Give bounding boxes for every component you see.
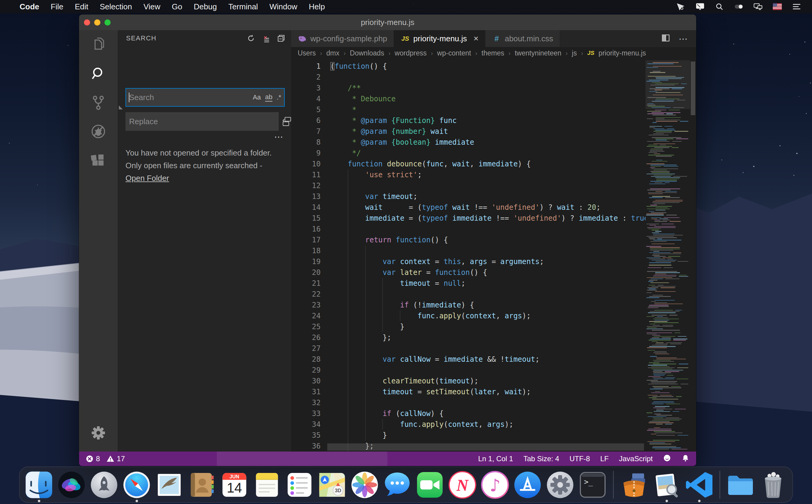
dock-calendar-icon[interactable]: JUN14: [220, 470, 249, 499]
replace-input[interactable]: [126, 117, 278, 126]
dock-photos-icon[interactable]: [350, 470, 379, 499]
close-tab-icon[interactable]: ×: [474, 34, 479, 43]
breadcrumb-item[interactable]: themes: [482, 49, 504, 57]
dock-terminal-icon[interactable]: >_: [578, 470, 608, 499]
dock-separator: [720, 471, 720, 499]
status-tab-size-4[interactable]: Tab Size: 4: [523, 455, 559, 463]
warnings-item[interactable]: 17: [106, 455, 125, 463]
display-icon[interactable]: [695, 2, 705, 11]
regex-icon[interactable]: .*: [276, 93, 281, 101]
menu-selection[interactable]: Selection: [94, 0, 138, 13]
dock-system-preferences-icon[interactable]: [546, 470, 575, 499]
more-actions-icon[interactable]: ⋯: [679, 33, 688, 44]
minimap-line: [651, 217, 661, 218]
dock-notes-icon[interactable]: [252, 470, 282, 499]
match-case-icon[interactable]: Aa: [253, 93, 261, 101]
menu-file[interactable]: File: [45, 0, 69, 13]
toggle-search-details-icon[interactable]: ⋯: [274, 131, 284, 142]
dock-mail-icon[interactable]: [155, 470, 184, 499]
code-editor[interactable]: 1(function() {23 /**4 * Debounce5 *6 * @…: [291, 59, 696, 452]
remote-cursor-icon[interactable]: [676, 2, 686, 11]
indent-guide: [382, 310, 383, 321]
search-input[interactable]: [126, 93, 253, 102]
window-title-bar[interactable]: priority-menu.js: [79, 14, 696, 30]
breadcrumb-item[interactable]: dmx: [326, 49, 339, 57]
breadcrumb-item[interactable]: js: [572, 49, 577, 57]
menu-window[interactable]: Window: [264, 0, 303, 13]
tab-priority-menu.js[interactable]: JSpriority-menu.js×: [394, 30, 485, 47]
activity-settings-gear-icon[interactable]: [79, 418, 118, 447]
input-source-us-flag-icon[interactable]: [772, 2, 782, 11]
breadcrumb-item[interactable]: Users: [298, 49, 316, 57]
dock-itunes-icon[interactable]: ♪: [481, 470, 510, 499]
dock-contacts-icon[interactable]: [187, 470, 216, 499]
menu-terminal[interactable]: Terminal: [223, 0, 264, 13]
collapse-editors-icon[interactable]: [276, 34, 286, 43]
line-number: 36: [291, 441, 325, 452]
dock-facetime-icon[interactable]: [416, 470, 445, 499]
menu-debug[interactable]: Debug: [188, 0, 223, 13]
dock-downloads-folder-icon[interactable]: [726, 470, 755, 499]
dock-reminders-icon[interactable]: [285, 470, 314, 499]
menu-help[interactable]: Help: [303, 0, 330, 13]
dock-preview-icon[interactable]: [652, 470, 681, 499]
tab-about.min.css[interactable]: #about.min.css: [485, 30, 560, 47]
status-lf[interactable]: LF: [600, 455, 609, 463]
errors-item[interactable]: 8: [86, 455, 100, 463]
vertical-scrollbar-slider[interactable]: [691, 61, 695, 115]
menu-view[interactable]: View: [138, 0, 166, 13]
dock-unarchiver-icon[interactable]: [620, 470, 649, 499]
notifications-bell-icon[interactable]: [681, 454, 690, 464]
minimap[interactable]: [646, 59, 690, 452]
dock-appstore-icon[interactable]: [513, 470, 542, 499]
dock-launchpad-icon[interactable]: [90, 470, 119, 499]
activity-explorer[interactable]: [79, 30, 118, 59]
clear-search-results-icon[interactable]: [261, 34, 270, 43]
menu-code[interactable]: Code: [14, 0, 45, 13]
toggle-replace-icon[interactable]: [119, 106, 123, 109]
dock-messages-icon[interactable]: [383, 470, 412, 499]
problems-summary[interactable]: 8 17: [79, 455, 125, 463]
dock-finder-icon[interactable]: [24, 470, 54, 499]
activity-search[interactable]: [79, 59, 118, 88]
minimap-line: [654, 361, 674, 362]
menu-edit[interactable]: Edit: [69, 0, 94, 13]
activity-source-control[interactable]: [79, 88, 118, 117]
split-editor-icon[interactable]: [661, 33, 670, 44]
spotlight-icon[interactable]: [714, 2, 725, 11]
indent-guide: [348, 213, 348, 224]
activity-debug-disabled[interactable]: [79, 117, 118, 146]
indent-guide: [365, 321, 365, 332]
displays-icon[interactable]: [753, 2, 763, 11]
status-ln-1-col-1[interactable]: Ln 1, Col 1: [478, 455, 513, 463]
status-javascript[interactable]: JavaScript: [619, 455, 653, 463]
activity-extensions[interactable]: [79, 146, 118, 175]
breadcrumb-item[interactable]: Downloads: [350, 49, 384, 57]
dock-vscode-icon[interactable]: [685, 470, 714, 499]
indent-guide: [348, 169, 348, 180]
horizontal-scrollbar-slider[interactable]: [327, 443, 644, 451]
refresh-icon[interactable]: [246, 34, 255, 43]
minimap-line: [653, 143, 675, 144]
tab-wp-config-sample.php[interactable]: wp-config-sample.php: [291, 30, 394, 47]
whole-word-icon[interactable]: ab: [265, 93, 272, 102]
vertical-scrollbar[interactable]: [690, 59, 696, 452]
dock-news-icon[interactable]: N: [448, 470, 477, 499]
status-utf-8[interactable]: UTF-8: [570, 455, 590, 463]
dock-maps-icon[interactable]: 3D: [317, 470, 347, 499]
feedback-smiley-icon[interactable]: [663, 454, 671, 464]
dock-siri-icon[interactable]: [57, 470, 86, 499]
notification-list-icon[interactable]: [791, 2, 802, 11]
breadcrumb-item[interactable]: priority-menu.js: [599, 49, 646, 57]
menu-go[interactable]: Go: [166, 0, 188, 13]
breadcrumb-item[interactable]: wordpress: [394, 49, 427, 57]
code-line: 26 };: [291, 332, 646, 343]
dock-safari-icon[interactable]: [122, 470, 151, 499]
toggle-icon[interactable]: [734, 2, 744, 11]
breadcrumb-item[interactable]: twentynineteen: [515, 49, 561, 57]
minimap-line: [655, 182, 662, 183]
open-folder-link[interactable]: Open Folder: [125, 174, 169, 183]
indent-guide: [382, 289, 383, 300]
breadcrumb-item[interactable]: wp-content: [437, 49, 471, 57]
dock-trash-icon[interactable]: [759, 470, 788, 499]
